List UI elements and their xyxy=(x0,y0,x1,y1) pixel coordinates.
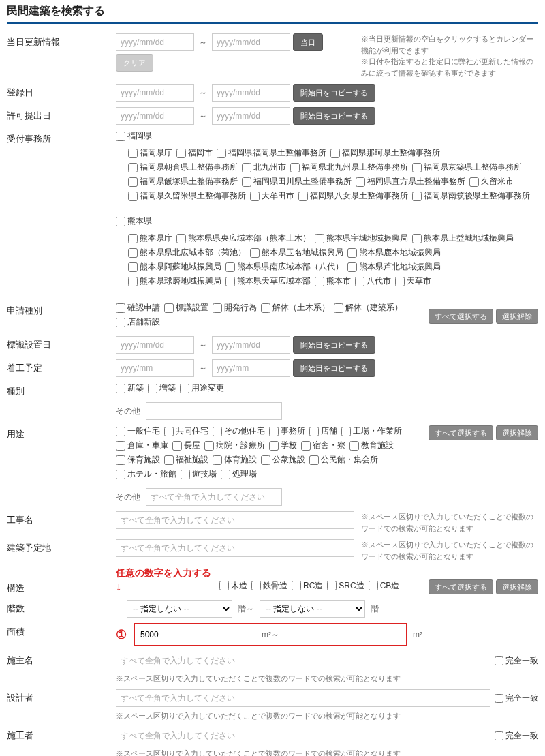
cb-usage-list-7[interactable]: 長屋 xyxy=(172,440,200,451)
area-to[interactable] xyxy=(282,626,405,644)
cb-kumamoto-list-2[interactable]: 熊本県宇城地域振興局 xyxy=(315,232,408,244)
startdate-to[interactable] xyxy=(212,359,290,377)
cb-structure-list-0[interactable]: 木造 xyxy=(219,580,247,592)
cb-kumamoto[interactable]: 熊本県 xyxy=(116,215,152,227)
regdate-from[interactable] xyxy=(116,84,194,102)
area-from[interactable] xyxy=(136,626,259,644)
floors-to[interactable]: -- 指定しない -- xyxy=(260,600,365,618)
cb-fukuoka-list-5[interactable]: 北九州市 xyxy=(242,162,286,173)
cb-fukuoka-list-0[interactable]: 福岡県庁 xyxy=(128,147,172,159)
cb-usage-list-4[interactable]: 店舗 xyxy=(309,425,337,437)
cb-fukuoka-list-14[interactable]: 福岡県八女県土整備事務所 xyxy=(298,190,408,202)
cb-structure-list-3[interactable]: SRC造 xyxy=(327,580,364,592)
cb-usage-list-0[interactable]: 一般住宅 xyxy=(116,425,160,437)
copy-start-button[interactable]: 開始日をコピーする xyxy=(293,84,375,102)
cb-usage-list-10[interactable]: 宿舎・寮 xyxy=(301,440,345,451)
copy-start-button-3[interactable]: 開始日をコピーする xyxy=(293,336,375,354)
cb-kind-list-2[interactable]: 用途変更 xyxy=(180,382,224,394)
cb-usage-list-14[interactable]: 体育施設 xyxy=(213,454,257,466)
cb-kumamoto-list-5[interactable]: 熊本県玉名地域振興局 xyxy=(250,247,343,258)
signdate-from[interactable] xyxy=(116,336,194,354)
copy-start-button-2[interactable]: 開始日をコピーする xyxy=(293,107,375,125)
cb-apptype-list-5[interactable]: 店舗新設 xyxy=(116,316,160,328)
cb-kumamoto-list-0[interactable]: 熊本県庁 xyxy=(128,232,172,244)
update-from[interactable] xyxy=(116,33,194,51)
usage-other-input[interactable] xyxy=(146,488,282,506)
cb-kumamoto-list-8[interactable]: 熊本県県南広域本部（八代） xyxy=(225,261,343,273)
cb-fukuoka-list-13[interactable]: 大牟田市 xyxy=(250,190,294,202)
cb-usage-list-8[interactable]: 病院・診療所 xyxy=(204,440,265,451)
workname-input[interactable] xyxy=(116,511,354,529)
cb-fukuoka-list-7[interactable]: 福岡県京築県土整備事務所 xyxy=(412,162,522,173)
cb-usage-list-17[interactable]: ホテル・旅館 xyxy=(116,468,176,480)
permit-from[interactable] xyxy=(116,107,194,125)
clear-button[interactable]: クリア xyxy=(116,54,153,72)
buildsite-input[interactable] xyxy=(116,539,354,557)
startdate-from[interactable] xyxy=(116,359,194,377)
select-all-button[interactable]: すべて選択する xyxy=(429,309,493,324)
cb-kumamoto-list-3[interactable]: 熊本県上益城地域振興局 xyxy=(412,232,514,244)
copy-start-button-4[interactable]: 開始日をコピーする xyxy=(293,359,375,377)
cb-fukuoka-list-2[interactable]: 福岡県福岡県土整備事務所 xyxy=(217,147,326,159)
cb-fukuoka-list-15[interactable]: 福岡県南筑後県土整備事務所 xyxy=(412,190,530,202)
permit-to[interactable] xyxy=(212,107,290,125)
cb-structure-list-2[interactable]: RC造 xyxy=(292,580,323,592)
cb-fukuoka-list-6[interactable]: 福岡県北九州県土整備事務所 xyxy=(290,162,408,173)
cb-usage-list-13[interactable]: 福祉施設 xyxy=(164,454,208,466)
designer-input[interactable] xyxy=(116,689,490,707)
cb-usage-list-1[interactable]: 共同住宅 xyxy=(164,425,208,437)
cb-kumamoto-list-7[interactable]: 熊本県阿蘇地域振興局 xyxy=(128,261,221,273)
owner-input[interactable] xyxy=(116,652,490,669)
deselect-structure[interactable]: 選択解除 xyxy=(496,579,538,594)
cb-kind-list-0[interactable]: 新築 xyxy=(116,382,144,394)
cb-kumamoto-list-4[interactable]: 熊本県県北広域本部（菊池） xyxy=(128,247,246,258)
kind-other-input[interactable] xyxy=(146,402,282,420)
cb-usage-list-2[interactable]: その他住宅 xyxy=(213,425,265,437)
cb-fukuoka-list-4[interactable]: 福岡県朝倉県土整備事務所 xyxy=(128,162,238,173)
cb-usage-list-19[interactable]: 処理場 xyxy=(221,468,257,480)
signdate-to[interactable] xyxy=(212,336,290,354)
cb-apptype-list-2[interactable]: 開発行為 xyxy=(213,302,257,314)
floors-from[interactable]: -- 指定しない -- xyxy=(127,600,232,618)
cb-usage-list-6[interactable]: 倉庫・車庫 xyxy=(116,440,168,451)
regdate-to[interactable] xyxy=(212,84,290,102)
deselect-usage[interactable]: 選択解除 xyxy=(496,425,538,440)
cb-kumamoto-list-1[interactable]: 熊本県県央広域本部（熊本土木） xyxy=(176,232,311,244)
cb-kind-list-1[interactable]: 増築 xyxy=(148,382,176,394)
cb-kumamoto-list-14[interactable]: 天草市 xyxy=(395,275,431,287)
cb-usage-list-9[interactable]: 学校 xyxy=(269,440,297,451)
cb-kumamoto-list-10[interactable]: 熊本県球磨地域振興局 xyxy=(128,275,221,287)
designer-exact[interactable]: 完全一致 xyxy=(495,693,538,704)
builder-exact[interactable]: 完全一致 xyxy=(495,730,538,742)
cb-kumamoto-list-13[interactable]: 八代市 xyxy=(355,275,391,287)
select-all-structure[interactable]: すべて選択する xyxy=(429,579,493,594)
cb-usage-list-5[interactable]: 工場・作業所 xyxy=(341,425,402,437)
cb-kumamoto-list-6[interactable]: 熊本県鹿本地域振興局 xyxy=(347,247,441,258)
cb-fukuoka-list-12[interactable]: 福岡県久留米県土整備事務所 xyxy=(128,190,246,202)
cb-usage-list-18[interactable]: 遊技場 xyxy=(181,468,217,480)
update-to[interactable] xyxy=(212,33,290,51)
cb-kumamoto-list-11[interactable]: 熊本県天草広域本部 xyxy=(225,275,311,287)
cb-apptype-list-3[interactable]: 解体（土木系） xyxy=(261,302,330,314)
cb-kumamoto-list-9[interactable]: 熊本県芦北地域振興局 xyxy=(347,261,441,273)
cb-fukuoka-list-8[interactable]: 福岡県飯塚県土整備事務所 xyxy=(128,176,238,187)
builder-input[interactable] xyxy=(116,727,490,744)
cb-usage-list-3[interactable]: 事務所 xyxy=(269,425,305,437)
cb-kumamoto-list-12[interactable]: 熊本市 xyxy=(315,275,351,287)
today-button[interactable]: 当日 xyxy=(293,33,323,51)
cb-fukuoka-list-10[interactable]: 福岡県直方県土整備事務所 xyxy=(356,176,465,187)
cb-fukuoka-list-11[interactable]: 久留米市 xyxy=(469,176,514,187)
cb-usage-list-16[interactable]: 公民館・集会所 xyxy=(309,454,378,466)
cb-usage-list-11[interactable]: 教育施設 xyxy=(349,440,394,451)
cb-usage-list-15[interactable]: 公衆施設 xyxy=(261,454,305,466)
cb-structure-list-1[interactable]: 鉄骨造 xyxy=(251,580,287,592)
cb-apptype-list-4[interactable]: 解体（建築系） xyxy=(334,302,403,314)
cb-structure-list-4[interactable]: CB造 xyxy=(369,580,400,592)
cb-usage-list-12[interactable]: 保育施設 xyxy=(116,454,160,466)
cb-fukuoka-list-1[interactable]: 福岡市 xyxy=(176,147,213,159)
deselect-button[interactable]: 選択解除 xyxy=(496,309,538,324)
cb-fukuoka-list-3[interactable]: 福岡県那珂県土整備事務所 xyxy=(330,147,440,159)
cb-fukuoka[interactable]: 福岡県 xyxy=(116,130,152,142)
cb-fukuoka-list-9[interactable]: 福岡県田川県土整備事務所 xyxy=(242,176,352,187)
cb-apptype-list-0[interactable]: 確認申請 xyxy=(116,302,160,314)
